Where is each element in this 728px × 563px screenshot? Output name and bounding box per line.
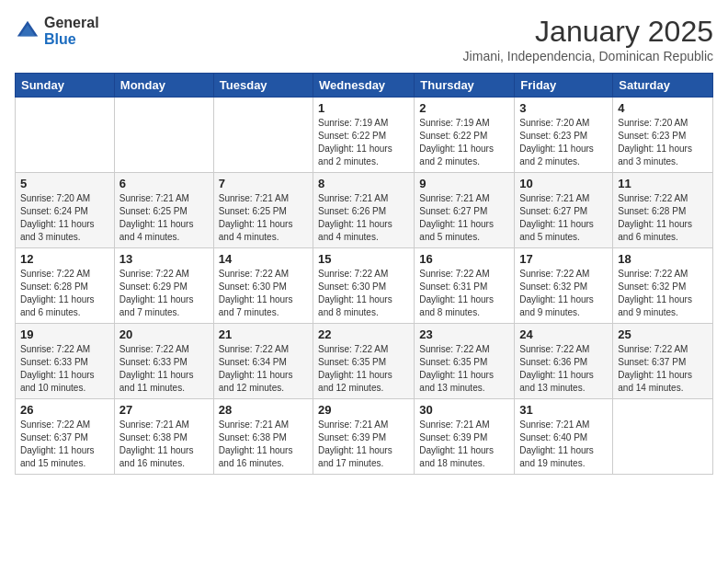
day-info: Sunrise: 7:22 AMSunset: 6:33 PMDaylight:… xyxy=(20,343,109,395)
logo-general-text: General xyxy=(44,15,99,31)
table-row: 14Sunrise: 7:22 AMSunset: 6:30 PMDayligh… xyxy=(213,248,313,324)
table-row: 28Sunrise: 7:21 AMSunset: 6:38 PMDayligh… xyxy=(213,399,313,475)
day-info: Sunrise: 7:19 AMSunset: 6:22 PMDaylight:… xyxy=(419,117,509,168)
day-info: Sunrise: 7:22 AMSunset: 6:35 PMDaylight:… xyxy=(419,343,509,395)
day-number: 9 xyxy=(419,177,509,190)
day-info: Sunrise: 7:21 AMSunset: 6:38 PMDaylight:… xyxy=(119,419,209,470)
day-info: Sunrise: 7:22 AMSunset: 6:35 PMDaylight:… xyxy=(318,343,409,395)
day-number: 8 xyxy=(318,177,409,190)
calendar-week-row: 19Sunrise: 7:22 AMSunset: 6:33 PMDayligh… xyxy=(16,324,713,399)
table-row: 5Sunrise: 7:20 AMSunset: 6:24 PMDaylight… xyxy=(16,173,115,248)
table-row: 21Sunrise: 7:22 AMSunset: 6:34 PMDayligh… xyxy=(213,324,313,399)
location-subtitle: Jimani, Independencia, Dominican Republi… xyxy=(463,49,713,63)
day-number: 22 xyxy=(318,327,409,341)
day-number: 31 xyxy=(519,403,608,417)
table-row: 25Sunrise: 7:22 AMSunset: 6:37 PMDayligh… xyxy=(613,324,713,399)
table-row: 31Sunrise: 7:21 AMSunset: 6:40 PMDayligh… xyxy=(515,399,613,475)
day-info: Sunrise: 7:22 AMSunset: 6:34 PMDaylight:… xyxy=(219,343,308,395)
table-row: 3Sunrise: 7:20 AMSunset: 6:23 PMDaylight… xyxy=(515,98,613,173)
calendar-week-row: 5Sunrise: 7:20 AMSunset: 6:24 PMDaylight… xyxy=(16,173,713,248)
table-row: 6Sunrise: 7:21 AMSunset: 6:25 PMDaylight… xyxy=(114,173,213,248)
day-info: Sunrise: 7:19 AMSunset: 6:22 PMDaylight:… xyxy=(318,117,409,168)
day-number: 15 xyxy=(318,252,409,266)
table-row: 26Sunrise: 7:22 AMSunset: 6:37 PMDayligh… xyxy=(16,399,115,475)
table-row xyxy=(213,98,313,173)
day-info: Sunrise: 7:21 AMSunset: 6:25 PMDaylight:… xyxy=(219,192,308,244)
table-row: 29Sunrise: 7:21 AMSunset: 6:39 PMDayligh… xyxy=(313,399,415,475)
table-row: 12Sunrise: 7:22 AMSunset: 6:28 PMDayligh… xyxy=(16,248,115,324)
table-row: 22Sunrise: 7:22 AMSunset: 6:35 PMDayligh… xyxy=(313,324,415,399)
table-row: 23Sunrise: 7:22 AMSunset: 6:35 PMDayligh… xyxy=(415,324,515,399)
page-header: General Blue January 2025 Jimani, Indepe… xyxy=(15,15,713,63)
calendar-week-row: 1Sunrise: 7:19 AMSunset: 6:22 PMDaylight… xyxy=(16,98,713,173)
logo-blue-text: Blue xyxy=(44,31,99,48)
day-info: Sunrise: 7:22 AMSunset: 6:31 PMDaylight:… xyxy=(419,268,509,319)
day-info: Sunrise: 7:21 AMSunset: 6:40 PMDaylight:… xyxy=(519,419,608,470)
table-row xyxy=(16,98,115,173)
day-number: 26 xyxy=(20,403,109,417)
calendar-week-row: 26Sunrise: 7:22 AMSunset: 6:37 PMDayligh… xyxy=(16,399,713,475)
day-number: 19 xyxy=(20,327,109,341)
day-number: 23 xyxy=(419,327,509,341)
day-number: 7 xyxy=(219,177,308,190)
day-number: 27 xyxy=(119,403,209,417)
day-number: 11 xyxy=(618,177,708,190)
day-number: 12 xyxy=(20,252,109,266)
day-info: Sunrise: 7:22 AMSunset: 6:29 PMDaylight:… xyxy=(119,268,209,319)
day-info: Sunrise: 7:21 AMSunset: 6:26 PMDaylight:… xyxy=(318,192,409,244)
day-info: Sunrise: 7:20 AMSunset: 6:23 PMDaylight:… xyxy=(618,117,708,168)
table-row: 1Sunrise: 7:19 AMSunset: 6:22 PMDaylight… xyxy=(313,98,415,173)
table-row: 2Sunrise: 7:19 AMSunset: 6:22 PMDaylight… xyxy=(415,98,515,173)
day-info: Sunrise: 7:21 AMSunset: 6:27 PMDaylight:… xyxy=(519,192,608,244)
day-number: 6 xyxy=(119,177,209,190)
day-number: 24 xyxy=(519,327,608,341)
day-info: Sunrise: 7:21 AMSunset: 6:38 PMDaylight:… xyxy=(219,419,308,470)
day-info: Sunrise: 7:21 AMSunset: 6:39 PMDaylight:… xyxy=(419,419,509,470)
day-info: Sunrise: 7:22 AMSunset: 6:32 PMDaylight:… xyxy=(618,268,708,319)
col-sunday: Sunday xyxy=(16,74,115,98)
table-row: 30Sunrise: 7:21 AMSunset: 6:39 PMDayligh… xyxy=(415,399,515,475)
day-info: Sunrise: 7:22 AMSunset: 6:28 PMDaylight:… xyxy=(618,192,708,244)
day-number: 17 xyxy=(519,252,608,266)
title-block: January 2025 Jimani, Independencia, Domi… xyxy=(463,15,713,63)
calendar-header-row: Sunday Monday Tuesday Wednesday Thursday… xyxy=(16,74,713,98)
day-number: 10 xyxy=(519,177,608,190)
table-row xyxy=(114,98,213,173)
table-row: 19Sunrise: 7:22 AMSunset: 6:33 PMDayligh… xyxy=(16,324,115,399)
table-row: 18Sunrise: 7:22 AMSunset: 6:32 PMDayligh… xyxy=(613,248,713,324)
day-number: 21 xyxy=(219,327,308,341)
day-number: 4 xyxy=(618,101,708,115)
day-info: Sunrise: 7:22 AMSunset: 6:28 PMDaylight:… xyxy=(20,268,109,319)
day-info: Sunrise: 7:22 AMSunset: 6:30 PMDaylight:… xyxy=(318,268,409,319)
table-row: 15Sunrise: 7:22 AMSunset: 6:30 PMDayligh… xyxy=(313,248,415,324)
table-row: 20Sunrise: 7:22 AMSunset: 6:33 PMDayligh… xyxy=(114,324,213,399)
col-monday: Monday xyxy=(114,74,213,98)
col-saturday: Saturday xyxy=(613,74,713,98)
col-thursday: Thursday xyxy=(415,74,515,98)
table-row: 11Sunrise: 7:22 AMSunset: 6:28 PMDayligh… xyxy=(613,173,713,248)
col-tuesday: Tuesday xyxy=(213,74,313,98)
day-number: 13 xyxy=(119,252,209,266)
table-row: 27Sunrise: 7:21 AMSunset: 6:38 PMDayligh… xyxy=(114,399,213,475)
table-row xyxy=(613,399,713,475)
day-info: Sunrise: 7:21 AMSunset: 6:25 PMDaylight:… xyxy=(119,192,209,244)
table-row: 17Sunrise: 7:22 AMSunset: 6:32 PMDayligh… xyxy=(515,248,613,324)
day-number: 30 xyxy=(419,403,509,417)
day-number: 29 xyxy=(318,403,409,417)
day-number: 18 xyxy=(618,252,708,266)
day-number: 20 xyxy=(119,327,209,341)
day-info: Sunrise: 7:22 AMSunset: 6:36 PMDaylight:… xyxy=(519,343,608,395)
table-row: 10Sunrise: 7:21 AMSunset: 6:27 PMDayligh… xyxy=(515,173,613,248)
col-friday: Friday xyxy=(515,74,613,98)
day-info: Sunrise: 7:20 AMSunset: 6:23 PMDaylight:… xyxy=(519,117,608,168)
day-number: 2 xyxy=(419,101,509,115)
logo-icon xyxy=(15,18,40,44)
day-info: Sunrise: 7:22 AMSunset: 6:33 PMDaylight:… xyxy=(119,343,209,395)
table-row: 4Sunrise: 7:20 AMSunset: 6:23 PMDaylight… xyxy=(613,98,713,173)
day-number: 3 xyxy=(519,101,608,115)
day-info: Sunrise: 7:20 AMSunset: 6:24 PMDaylight:… xyxy=(20,192,109,244)
table-row: 13Sunrise: 7:22 AMSunset: 6:29 PMDayligh… xyxy=(114,248,213,324)
day-info: Sunrise: 7:22 AMSunset: 6:30 PMDaylight:… xyxy=(219,268,308,319)
day-info: Sunrise: 7:22 AMSunset: 6:37 PMDaylight:… xyxy=(20,419,109,470)
day-number: 1 xyxy=(318,101,409,115)
